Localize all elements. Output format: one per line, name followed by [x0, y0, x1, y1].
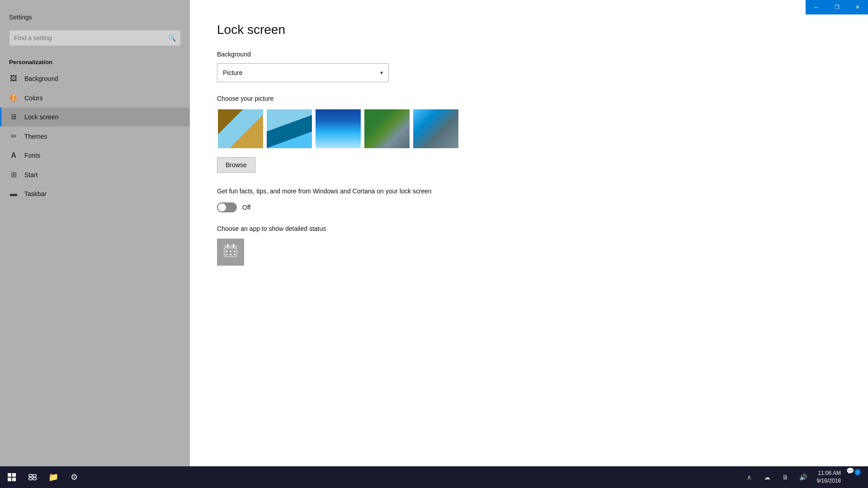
fun-facts-toggle[interactable]	[217, 202, 237, 212]
notification-count: 2	[854, 469, 861, 475]
sidebar-item-fonts[interactable]: A Fonts	[0, 146, 190, 165]
picture-thumb-2[interactable]	[266, 108, 313, 149]
taskbar-display-icon[interactable]: 🖥	[777, 467, 793, 487]
svg-rect-4	[226, 251, 227, 252]
sidebar-item-themes[interactable]: ✏ Themes	[0, 127, 190, 146]
toggle-row: Off	[217, 202, 841, 212]
lock-screen-label: Lock screen	[24, 113, 58, 121]
title-bar: ─ ❐ ✕	[806, 0, 868, 14]
sidebar-item-colors[interactable]: 🎨 Colors	[0, 88, 190, 108]
search-box[interactable]: 🔍	[9, 30, 181, 46]
svg-rect-1	[224, 246, 237, 249]
svg-rect-3	[233, 244, 234, 248]
colors-icon: 🎨	[9, 94, 18, 102]
picture-thumb-5[interactable]	[412, 108, 459, 149]
toggle-description: Get fun facts, tips, and more from Windo…	[217, 187, 841, 196]
app-title: Settings	[0, 9, 190, 30]
picture-2	[267, 109, 312, 148]
choose-app-label: Choose an app to show detailed status	[217, 225, 841, 232]
dropdown-value: Picture	[223, 69, 243, 76]
restore-button[interactable]: ❐	[826, 0, 847, 14]
picture-1	[218, 109, 263, 148]
search-input[interactable]	[9, 34, 164, 42]
svg-rect-2	[227, 244, 228, 248]
taskbar-nav-icon: ▬	[9, 190, 18, 198]
file-explorer-button[interactable]: 📁	[43, 467, 63, 487]
svg-rect-16	[29, 478, 32, 480]
taskbar: 📁 ⚙ ∧ ☁ 🖥 🔊 11:06 AM 9/16/2018 💬 2	[0, 466, 868, 488]
themes-icon: ✏	[9, 132, 18, 141]
background-icon: 🖼	[9, 75, 18, 83]
settings-taskbar-button[interactable]: ⚙	[64, 467, 84, 487]
colors-label: Colors	[24, 94, 42, 102]
taskbar-clock[interactable]: 11:06 AM 9/16/2018	[813, 469, 844, 485]
page-title: Lock screen	[217, 23, 841, 37]
picture-4	[364, 109, 410, 148]
start-label: Start	[24, 171, 38, 178]
svg-rect-13	[12, 478, 16, 481]
start-icon: ⊞	[9, 170, 18, 179]
picture-grid	[217, 108, 841, 149]
main-content: Lock screen Background Picture ▾ Choose …	[190, 0, 868, 488]
toggle-state-label: Off	[242, 204, 250, 211]
start-button[interactable]	[2, 467, 22, 487]
browse-button[interactable]: Browse	[217, 157, 255, 173]
notification-button[interactable]: 💬 2	[846, 467, 863, 487]
svg-rect-15	[33, 474, 36, 477]
svg-rect-12	[8, 478, 11, 481]
picture-thumb-3[interactable]	[315, 108, 362, 149]
search-icon: 🔍	[164, 34, 180, 42]
svg-rect-6	[234, 251, 236, 252]
taskbar-nav-label: Taskbar	[24, 190, 47, 197]
close-button[interactable]: ✕	[847, 0, 868, 14]
svg-rect-9	[234, 254, 236, 255]
fonts-icon: A	[9, 151, 18, 160]
sidebar-item-lock-screen[interactable]: 🖥 Lock screen	[0, 108, 190, 127]
clock-date: 9/16/2018	[817, 477, 841, 485]
minimize-button[interactable]: ─	[806, 0, 826, 14]
fonts-label: Fonts	[24, 152, 40, 159]
svg-rect-5	[230, 251, 231, 252]
svg-rect-11	[12, 473, 16, 477]
svg-rect-10	[8, 473, 11, 477]
toggle-knob	[218, 203, 226, 211]
choose-picture-label: Choose your picture	[217, 95, 841, 102]
taskbar-sound-icon[interactable]: 🔊	[795, 467, 811, 487]
background-label: Background	[24, 75, 58, 82]
clock-time: 11:06 AM	[817, 469, 841, 477]
calendar-icon	[223, 243, 238, 261]
svg-rect-8	[230, 254, 231, 255]
taskbar-chevron[interactable]: ∧	[741, 467, 757, 487]
svg-rect-14	[29, 474, 32, 477]
svg-rect-17	[33, 478, 36, 480]
taskbar-cloud-icon[interactable]: ☁	[759, 467, 775, 487]
toggle-section: Get fun facts, tips, and more from Windo…	[217, 187, 841, 212]
sidebar-item-background[interactable]: 🖼 Background	[0, 69, 190, 88]
picture-thumb-4[interactable]	[363, 108, 410, 149]
sidebar: Settings 🔍 Personalization 🖼 Background …	[0, 0, 190, 488]
calendar-app-button[interactable]	[217, 239, 244, 266]
picture-5	[413, 109, 458, 148]
sidebar-item-taskbar[interactable]: ▬ Taskbar	[0, 184, 190, 203]
background-section-heading: Background	[217, 51, 841, 58]
chevron-down-icon: ▾	[380, 70, 383, 76]
picture-thumb-1[interactable]	[217, 108, 264, 149]
themes-label: Themes	[24, 133, 47, 140]
task-view-button[interactable]	[23, 467, 42, 487]
svg-rect-7	[226, 254, 227, 255]
lock-screen-icon: 🖥	[9, 113, 18, 121]
taskbar-right: ∧ ☁ 🖥 🔊 11:06 AM 9/16/2018 💬 2	[741, 467, 866, 487]
sidebar-item-start[interactable]: ⊞ Start	[0, 165, 190, 184]
personalization-label: Personalization	[0, 55, 190, 69]
app-container: Settings 🔍 Personalization 🖼 Background …	[0, 0, 868, 488]
picture-3	[316, 109, 361, 148]
background-type-dropdown[interactable]: Picture ▾	[217, 63, 389, 82]
